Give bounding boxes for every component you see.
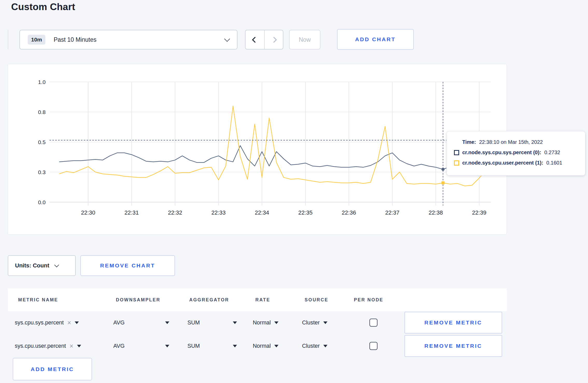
y-axis-tick-label: 0.0	[38, 199, 46, 205]
x-axis-tick-label: 22:36	[342, 209, 356, 216]
tooltip-time-label: Time:	[462, 139, 476, 145]
col-header-per-node: PER NODE	[354, 297, 383, 303]
dropdown-arrow-icon	[274, 321, 278, 324]
x-axis-tick-label: 22:39	[472, 209, 486, 216]
chevron-right-icon	[271, 37, 277, 43]
remove-metric-button[interactable]: REMOVE METRIC	[404, 312, 502, 334]
add-metric-button[interactable]: ADD METRIC	[13, 358, 92, 380]
page-title: Custom Chart	[11, 2, 75, 12]
per-node-cell	[369, 342, 377, 350]
prev-time-button[interactable]	[246, 30, 264, 49]
x-axis-tick-label: 22:35	[298, 209, 312, 216]
user-series-swatch-icon	[454, 160, 459, 166]
col-header-rate: RATE	[255, 297, 270, 303]
metric-name-select[interactable]: sys.cpu.sys.percent ×	[15, 320, 79, 326]
remove-metric-button[interactable]: REMOVE METRIC	[404, 335, 502, 357]
dropdown-arrow-icon	[274, 345, 278, 347]
col-header-metric-name: METRIC NAME	[18, 297, 58, 303]
time-pager	[245, 30, 283, 49]
x-axis-tick-label: 22:37	[385, 209, 400, 216]
rate-value: Normal	[253, 343, 271, 349]
metric-row: sys.cpu.user.percent × AVG SUM Normal Cl…	[8, 335, 507, 357]
dropdown-arrow-icon	[323, 321, 327, 324]
tooltip-series-name: cr.node.sys.cpu.user.percent (1):	[462, 160, 543, 166]
dropdown-arrow-icon	[233, 321, 237, 324]
tooltip-series-row: cr.node.sys.cpu.sys.percent (0): 0.2732	[454, 150, 579, 155]
metric-row: sys.cpu.sys.percent × AVG SUM Normal Clu…	[8, 312, 507, 334]
x-axis-tick-label: 22:32	[168, 209, 182, 216]
dropdown-arrow-icon	[233, 345, 237, 347]
dropdown-arrow-icon[interactable]	[75, 321, 79, 324]
chevron-down-icon	[224, 36, 230, 42]
add-chart-button[interactable]: ADD CHART	[337, 29, 414, 50]
rate-value: Normal	[253, 320, 271, 326]
chevron-down-icon	[54, 263, 59, 267]
downsampler-value: AVG	[113, 320, 125, 326]
time-window-label: Past 10 Minutes	[54, 36, 96, 43]
col-header-downsampler: DOWNSAMPLER	[116, 297, 160, 303]
source-select[interactable]: Cluster	[302, 343, 327, 349]
time-range-dropdown[interactable]: 10m Past 10 Minutes	[19, 30, 237, 49]
x-axis-tick-label: 22:33	[211, 209, 226, 216]
clear-metric-icon[interactable]: ×	[67, 320, 71, 326]
hover-point-0	[442, 168, 445, 171]
x-axis-tick-label: 22:31	[124, 209, 139, 216]
col-header-aggregator: AGGREGATOR	[189, 297, 229, 303]
tooltip-series-row: cr.node.sys.cpu.user.percent (1): 0.1601	[454, 160, 579, 166]
chart-tooltip: Time: 22:38:10 on Mar 15th, 2022 cr.node…	[447, 131, 585, 175]
dropdown-arrow-icon	[165, 321, 169, 324]
metrics-table-header: METRIC NAME DOWNSAMPLER AGGREGATOR RATE …	[8, 288, 507, 311]
tooltip-series-value: 0.2732	[544, 150, 560, 155]
per-node-checkbox[interactable]	[369, 342, 377, 350]
metric-name-value: sys.cpu.user.percent	[15, 343, 66, 349]
tooltip-time-row: Time: 22:38:10 on Mar 15th, 2022	[462, 139, 579, 145]
clear-metric-icon[interactable]: ×	[69, 343, 73, 349]
remove-chart-button[interactable]: REMOVE CHART	[80, 255, 175, 276]
col-header-source: SOURCE	[305, 297, 328, 303]
source-value: Cluster	[302, 343, 320, 349]
per-node-checkbox[interactable]	[369, 319, 377, 327]
downsampler-value: AVG	[113, 343, 125, 349]
y-axis-tick-label: 0.5	[38, 139, 46, 145]
series-line-0	[59, 146, 494, 169]
aggregator-select[interactable]: SUM	[187, 343, 237, 349]
toolbar-left-divider	[8, 30, 8, 49]
metric-name-value: sys.cpu.sys.percent	[15, 320, 64, 326]
series-line-1	[59, 106, 494, 186]
hover-point-1	[442, 181, 445, 185]
source-value: Cluster	[302, 320, 320, 326]
time-window-badge: 10m	[28, 35, 45, 45]
next-time-button[interactable]	[264, 30, 283, 49]
dropdown-arrow-icon[interactable]	[77, 345, 81, 347]
aggregator-select[interactable]: SUM	[187, 320, 237, 326]
downsampler-select[interactable]: AVG	[113, 320, 169, 326]
source-select[interactable]: Cluster	[302, 320, 327, 326]
tooltip-time-value: 22:38:10 on Mar 15th, 2022	[479, 139, 543, 145]
now-button[interactable]: Now	[289, 30, 320, 49]
units-label: Units: Count	[15, 262, 49, 269]
dropdown-arrow-icon	[165, 345, 169, 347]
units-dropdown[interactable]: Units: Count	[8, 255, 76, 276]
sys-series-swatch-icon	[454, 150, 459, 155]
y-axis-tick-label: 0.8	[38, 109, 46, 115]
dropdown-arrow-icon	[323, 345, 327, 347]
rate-select[interactable]: Normal	[253, 320, 278, 326]
chevron-left-icon	[252, 37, 258, 43]
downsampler-select[interactable]: AVG	[113, 343, 169, 349]
chart-card: 0.00.30.50.81.022:3022:3122:3222:3322:34…	[8, 64, 507, 235]
rate-select[interactable]: Normal	[253, 343, 278, 349]
y-axis-tick-label: 0.3	[38, 169, 46, 175]
x-axis-tick-label: 22:34	[255, 209, 269, 216]
aggregator-value: SUM	[187, 343, 200, 349]
metric-name-select[interactable]: sys.cpu.user.percent ×	[15, 343, 81, 349]
aggregator-value: SUM	[187, 320, 200, 326]
tooltip-series-name: cr.node.sys.cpu.sys.percent (0):	[462, 150, 541, 155]
tooltip-series-value: 0.1601	[546, 160, 562, 166]
x-axis-tick-label: 22:38	[429, 209, 443, 216]
per-node-cell	[369, 319, 377, 327]
x-axis-tick-label: 22:30	[81, 209, 95, 216]
y-axis-tick-label: 1.0	[38, 79, 46, 85]
timeseries-chart[interactable]: 0.00.30.50.81.022:3022:3122:3222:3322:34…	[8, 64, 507, 235]
